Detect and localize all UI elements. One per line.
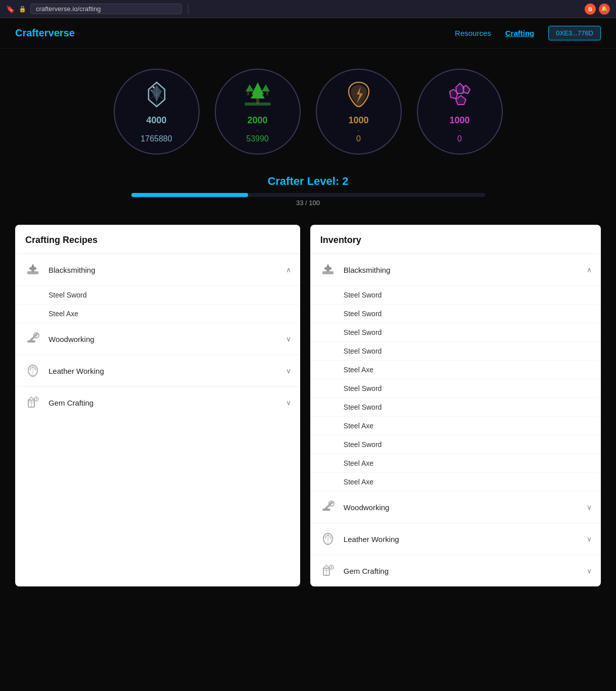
inv-steel-axe-4[interactable]: Steel Axe <box>310 473 601 491</box>
crafting-leather-chevron: ∨ <box>286 367 291 375</box>
main-content: Crafting Recipes Blacksmithing ∧ Steel S… <box>0 225 616 602</box>
inv-steel-sword-4[interactable]: Steel Sword <box>310 342 601 361</box>
inventory-leather-label: Leather Working <box>344 535 587 544</box>
wood-bottom-val: 53990 <box>246 134 269 143</box>
crafting-steel-axe-1[interactable]: Steel Axe <box>15 305 300 323</box>
leather-top-val: 1000 <box>348 115 368 126</box>
xp-bar-fill <box>131 193 248 197</box>
resource-leather: 1000 - 0 <box>316 69 402 155</box>
inventory-blacksmithing-label: Blacksmithing <box>344 266 587 274</box>
resource-gem: 1000 - 0 <box>417 69 503 155</box>
svg-point-6 <box>151 89 152 91</box>
gem-divider: - <box>458 126 460 134</box>
inv-steel-sword-2[interactable]: Steel Sword <box>310 305 601 323</box>
svg-rect-13 <box>266 91 268 95</box>
nav-links: Resources Crafting <box>455 29 534 37</box>
gem-top-val: 1000 <box>449 115 469 126</box>
crafting-gem-label: Gem Crafting <box>49 399 286 407</box>
svg-marker-52 <box>330 566 333 569</box>
leather-bottom-val: 0 <box>356 134 361 143</box>
xp-bar-container: 33 / 100 <box>131 193 485 207</box>
browser-divider <box>188 4 188 14</box>
inventory-woodworking-label: Woodworking <box>344 503 587 512</box>
gem-bottom-val: 0 <box>457 134 462 143</box>
lock-icon: 🔒 <box>19 6 26 13</box>
inventory-blacksmithing-icon <box>319 261 337 278</box>
inv-steel-sword-7[interactable]: Steel Sword <box>310 435 601 454</box>
crafting-steel-sword-1[interactable]: Steel Sword <box>15 286 300 305</box>
svg-rect-28 <box>27 340 35 342</box>
crafting-leather-row[interactable]: Leather Working ∨ <box>15 355 300 387</box>
svg-rect-25 <box>29 267 36 270</box>
inventory-gem-label: Gem Crafting <box>344 567 587 575</box>
inventory-gem-row[interactable]: Gem Crafting ∨ <box>310 555 601 586</box>
brand-logo[interactable]: Crafterverse <box>15 27 75 39</box>
browser-icons: B 🔔 <box>585 4 610 15</box>
inventory-leather-icon <box>319 530 337 548</box>
navbar: Crafterverse Resources Crafting 0XE3...7… <box>0 18 616 48</box>
xp-bar-bg <box>131 193 485 197</box>
inv-steel-sword-6[interactable]: Steel Sword <box>310 398 601 417</box>
inv-steel-axe-1[interactable]: Steel Axe <box>310 361 601 379</box>
brave-icon: B <box>585 4 596 15</box>
bookmark-icon[interactable]: 🔖 <box>6 5 15 13</box>
inventory-leather-row[interactable]: Leather Working ∨ <box>310 523 601 555</box>
crystal-bottom-val: 1765880 <box>140 134 172 143</box>
wood-divider: - <box>256 126 258 134</box>
leather-divider: - <box>357 126 359 134</box>
inv-steel-axe-2[interactable]: Steel Axe <box>310 417 601 435</box>
svg-marker-26 <box>31 264 34 267</box>
blacksmithing-icon <box>24 261 41 278</box>
inv-steel-sword-3[interactable]: Steel Sword <box>310 323 601 342</box>
svg-marker-37 <box>35 398 37 401</box>
svg-marker-10 <box>246 84 254 91</box>
crafting-blacksmithing-chevron: ∧ <box>286 266 291 274</box>
nav-crafting[interactable]: Crafting <box>505 29 535 37</box>
crafting-woodworking-chevron: ∨ <box>286 335 291 343</box>
inv-steel-sword-1[interactable]: Steel Sword <box>310 286 601 305</box>
leather-working-icon <box>24 362 41 379</box>
woodworking-icon <box>24 330 41 348</box>
inventory-blacksmithing-chevron: ∧ <box>587 266 592 274</box>
gem-crafting-icon <box>24 394 41 411</box>
crystal-icon <box>143 80 171 112</box>
inventory-title: Inventory <box>310 225 601 254</box>
crafter-level-label: Crafter Level: 2 <box>267 175 348 188</box>
inventory-gem-chevron: ∨ <box>587 567 592 575</box>
wood-top-val: 2000 <box>247 115 267 126</box>
crafting-gem-chevron: ∨ <box>286 399 291 407</box>
inv-steel-sword-5[interactable]: Steel Sword <box>310 379 601 398</box>
inventory-woodworking-row[interactable]: Woodworking ∨ <box>310 491 601 523</box>
gem-icon <box>446 80 474 112</box>
inv-steel-axe-3[interactable]: Steel Axe <box>310 454 601 473</box>
wallet-button[interactable]: 0XE3...776D <box>548 26 601 40</box>
resource-wood: 2000 - 53990 <box>215 69 301 155</box>
svg-marker-22 <box>456 95 466 105</box>
resource-crystal: 4000 - 1765880 <box>114 69 200 155</box>
svg-rect-43 <box>322 509 330 511</box>
nav-resources[interactable]: Resources <box>455 29 491 37</box>
crafting-woodworking-row[interactable]: Woodworking ∨ <box>15 323 300 355</box>
inventory-woodworking-chevron: ∨ <box>587 503 592 511</box>
crafting-blacksmithing-row[interactable]: Blacksmithing ∧ <box>15 254 300 286</box>
notification-icon[interactable]: 🔔 <box>599 4 610 15</box>
crystal-divider: - <box>155 126 157 134</box>
crafting-woodworking-label: Woodworking <box>49 335 286 343</box>
inventory-blacksmithing-row[interactable]: Blacksmithing ∧ <box>310 254 601 286</box>
svg-rect-14 <box>245 103 271 106</box>
svg-marker-12 <box>262 84 270 91</box>
crystal-top-val: 4000 <box>146 115 166 126</box>
resources-row: 4000 - 1765880 2000 <box>114 69 503 155</box>
inventory-gem-icon <box>319 562 337 579</box>
hero-section: 4000 - 1765880 2000 <box>0 48 616 225</box>
url-bar[interactable]: crafterverse.io/crafting <box>30 4 182 14</box>
crafting-blacksmithing-label: Blacksmithing <box>49 266 286 274</box>
svg-point-5 <box>153 86 155 88</box>
svg-marker-41 <box>326 264 329 267</box>
crafting-leather-label: Leather Working <box>49 367 286 375</box>
leather-icon <box>345 80 373 112</box>
crafting-recipes-panel: Crafting Recipes Blacksmithing ∧ Steel S… <box>15 225 300 586</box>
crafting-gem-row[interactable]: Gem Crafting ∨ <box>15 387 300 418</box>
browser-bar: 🔖 🔒 crafterverse.io/crafting B 🔔 <box>0 0 616 18</box>
xp-text: 33 / 100 <box>131 199 485 207</box>
